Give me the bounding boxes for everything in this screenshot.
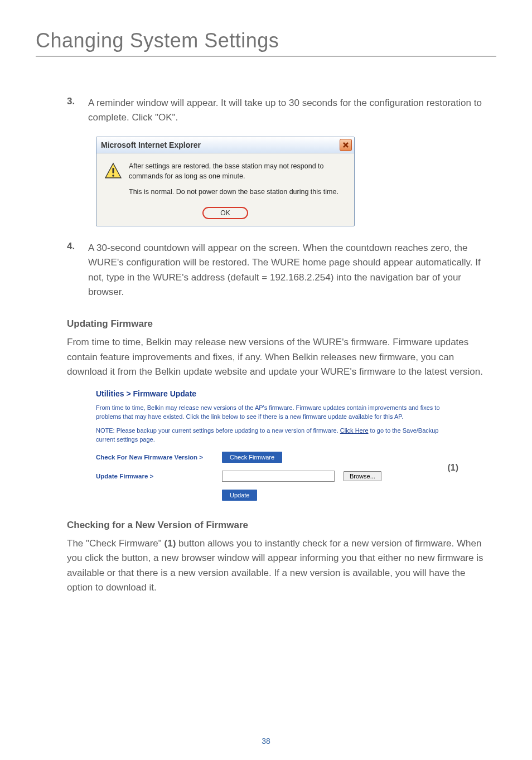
dialog-line1: After settings are restored, the base st… xyxy=(129,161,346,181)
step-text: A 30-second countdown will appear on the… xyxy=(88,241,491,299)
firmware-update-panel: Utilities > Firmware Update From time to… xyxy=(96,389,442,501)
ok-button[interactable]: OK xyxy=(202,207,248,219)
checking-text-bold: (1) xyxy=(165,538,176,549)
reminder-dialog: Microsoft Internet Explorer After settin… xyxy=(96,137,355,226)
close-icon[interactable] xyxy=(340,139,352,151)
page-header: Changing System Settings xyxy=(36,29,496,57)
step-number: 3. xyxy=(67,96,78,125)
updating-firmware-heading: Updating Firmware xyxy=(67,318,491,330)
dialog-body: After settings are restored, the base st… xyxy=(96,153,354,205)
page-title: Changing System Settings xyxy=(36,29,279,52)
check-firmware-button[interactable]: Check Firmware xyxy=(222,452,282,463)
checking-paragraph: The "Check Firmware" (1) button allows y… xyxy=(67,536,491,595)
warning-icon xyxy=(104,162,122,180)
fw-desc-2: NOTE: Please backup your current setting… xyxy=(96,427,442,444)
update-firmware-row: Update Firmware > Browse... xyxy=(96,471,442,482)
browse-button[interactable]: Browse... xyxy=(344,471,381,481)
fw-desc-1: From time to time, Belkin may release ne… xyxy=(96,404,442,421)
updating-firmware-paragraph: From time to time, Belkin may release ne… xyxy=(67,335,491,379)
click-here-link[interactable]: Click Here xyxy=(340,427,369,434)
annotation-1: (1) xyxy=(447,463,458,473)
step-4: 4. A 30-second countdown will appear on … xyxy=(67,241,491,299)
dialog-titlebar: Microsoft Internet Explorer xyxy=(96,137,354,153)
dialog-line2: This is normal. Do not power down the ba… xyxy=(129,187,346,197)
svg-rect-1 xyxy=(113,168,114,173)
check-firmware-row: Check For New Firmware Version > Check F… xyxy=(96,452,442,463)
svg-point-2 xyxy=(112,175,114,177)
update-button[interactable]: Update xyxy=(222,490,257,501)
update-firmware-label: Update Firmware > xyxy=(96,473,213,480)
step-number: 4. xyxy=(67,241,78,299)
checking-text-a: The "Check Firmware" xyxy=(67,538,165,549)
step-text: A reminder window will appear. It will t… xyxy=(88,96,491,125)
firmware-path-input[interactable] xyxy=(222,471,335,482)
page-number: 38 xyxy=(262,737,270,746)
checking-heading: Checking for a New Version of Firmware xyxy=(67,520,491,531)
fw-desc2-a: NOTE: Please backup your current setting… xyxy=(96,427,340,434)
dialog-button-row: OK xyxy=(96,205,354,226)
fw-breadcrumb: Utilities > Firmware Update xyxy=(96,389,442,398)
dialog-title-text: Microsoft Internet Explorer xyxy=(101,141,201,149)
step-3: 3. A reminder window will appear. It wil… xyxy=(67,96,491,125)
update-button-row: Update xyxy=(222,490,442,501)
dialog-message: After settings are restored, the base st… xyxy=(129,161,346,202)
check-version-label: Check For New Firmware Version > xyxy=(96,454,213,461)
